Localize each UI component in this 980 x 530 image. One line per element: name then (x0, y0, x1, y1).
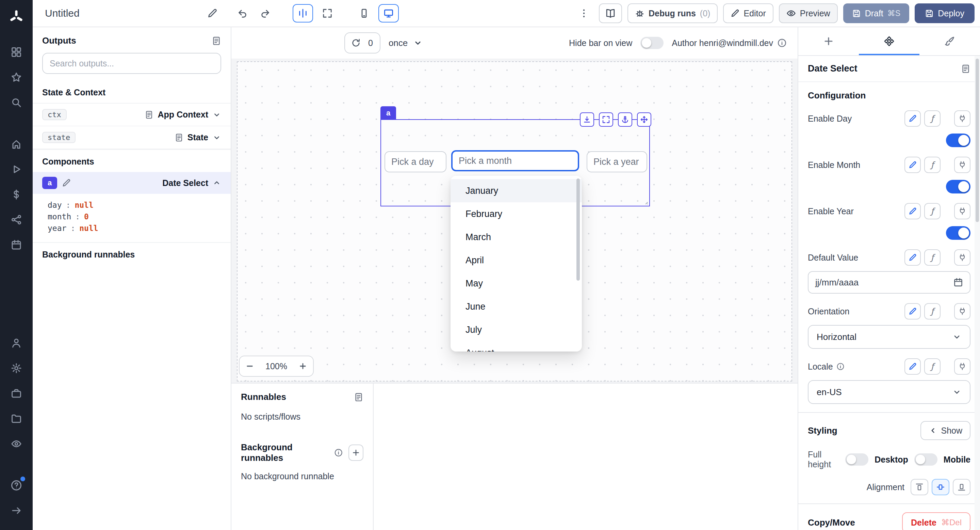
month-option[interactable]: February (450, 202, 582, 225)
connect-plug-button[interactable] (954, 249, 970, 266)
show-styling-button[interactable]: Show (920, 421, 970, 440)
deploy-button[interactable]: Deploy (915, 3, 975, 23)
static-editor-pencil-button[interactable] (904, 203, 921, 219)
component-rename-pencil-icon[interactable] (62, 179, 71, 187)
component-a-row[interactable]: a Date Select (33, 172, 231, 194)
insert-component-tab[interactable] (798, 27, 859, 55)
resources-hub-icon[interactable] (5, 208, 28, 231)
folders-icon[interactable] (5, 407, 28, 430)
connect-plug-button[interactable] (954, 157, 970, 173)
default-value-date-input[interactable]: jj/mm/aaaa (808, 271, 970, 294)
align-top-button[interactable] (911, 479, 928, 495)
collapse-arrow-icon[interactable] (5, 499, 28, 522)
move-handle-icon[interactable] (637, 112, 651, 127)
center-layout-button[interactable] (293, 4, 313, 22)
fullscreen-handle-icon[interactable] (599, 112, 613, 127)
more-menu-kebab-icon[interactable] (574, 4, 593, 23)
fullscreen-button[interactable] (317, 4, 337, 22)
enable-year-toggle[interactable] (946, 226, 970, 240)
editor-button[interactable]: Editor (723, 3, 773, 23)
add-background-runnable-button[interactable] (348, 444, 363, 461)
audit-eye-icon[interactable] (5, 432, 28, 455)
align-bottom-button[interactable] (953, 479, 970, 495)
outputs-doc-icon[interactable] (212, 36, 221, 46)
fx-expression-button[interactable]: ƒ (924, 157, 940, 173)
ctx-doc-icon[interactable] (145, 110, 153, 119)
preview-button[interactable]: Preview (779, 3, 838, 23)
connect-plug-button[interactable] (954, 110, 970, 127)
month-option[interactable]: April (450, 249, 582, 272)
favorites-star-icon[interactable] (5, 66, 28, 89)
month-option[interactable]: January (450, 179, 582, 202)
static-editor-pencil-button[interactable] (904, 110, 921, 127)
help-icon[interactable] (5, 474, 28, 497)
align-center-button[interactable] (932, 479, 950, 495)
fx-expression-button[interactable]: ƒ (924, 110, 940, 127)
runnables-doc-icon[interactable] (354, 393, 363, 402)
home-icon[interactable] (5, 132, 28, 156)
zoom-out-button[interactable] (240, 356, 260, 376)
connect-plug-button[interactable] (954, 358, 970, 375)
docs-book-button[interactable] (599, 3, 622, 23)
fx-expression-button[interactable]: ƒ (924, 249, 940, 266)
desktop-view-button[interactable] (379, 4, 399, 22)
rename-pencil-icon[interactable] (203, 4, 222, 23)
search-icon[interactable] (5, 91, 28, 114)
ctx-row[interactable]: ctx App Context (33, 104, 231, 126)
schedule-select[interactable]: once (388, 38, 423, 48)
anchor-handle-icon[interactable] (618, 112, 632, 127)
state-row[interactable]: state State (33, 126, 231, 149)
schedules-calendar-icon[interactable] (5, 233, 28, 257)
fx-expression-button[interactable]: ƒ (924, 303, 940, 319)
connect-plug-button[interactable] (954, 303, 970, 319)
billing-dollar-icon[interactable] (5, 183, 28, 206)
workers-briefcase-icon[interactable] (5, 382, 28, 405)
debug-runs-button[interactable]: Debug runs (0) (627, 3, 718, 23)
hide-bar-toggle[interactable] (640, 37, 663, 49)
full-height-mobile-toggle[interactable] (914, 453, 937, 466)
month-option[interactable]: August (450, 341, 582, 351)
component-doc-icon[interactable] (961, 64, 970, 73)
full-height-desktop-toggle[interactable] (845, 453, 869, 466)
connect-plug-button[interactable] (954, 203, 970, 219)
theme-tab[interactable] (920, 27, 980, 55)
expand-down-handle-icon[interactable] (580, 112, 594, 127)
pick-year-input[interactable] (587, 151, 647, 172)
month-option[interactable]: July (450, 318, 582, 341)
redo-button[interactable] (256, 4, 275, 23)
windmill-logo-icon[interactable] (5, 5, 28, 29)
refresh-icon[interactable] (345, 33, 367, 53)
calendar-icon[interactable] (953, 278, 963, 287)
component-settings-tab[interactable] (859, 27, 920, 55)
draft-button[interactable]: Draft ⌘S (843, 3, 910, 23)
month-option[interactable]: June (450, 295, 582, 318)
mobile-view-button[interactable] (354, 4, 374, 22)
dropdown-scrollbar[interactable] (576, 179, 580, 281)
apps-icon[interactable] (5, 40, 28, 64)
canvas-grid[interactable]: a (237, 61, 792, 382)
resize-handle-icon[interactable] (642, 198, 649, 205)
user-icon[interactable] (5, 331, 28, 354)
runs-play-icon[interactable] (5, 158, 28, 181)
orientation-select[interactable]: Horizontal (808, 325, 970, 349)
panel-scrollbar-thumb[interactable] (975, 59, 979, 222)
undo-button[interactable] (233, 4, 252, 23)
static-editor-pencil-button[interactable] (904, 303, 921, 319)
search-outputs-input[interactable] (42, 53, 221, 74)
static-editor-pencil-button[interactable] (904, 249, 921, 266)
fx-expression-button[interactable]: ƒ (924, 203, 940, 219)
month-option[interactable]: May (450, 272, 582, 295)
month-option[interactable]: March (450, 225, 582, 249)
fx-expression-button[interactable]: ƒ (924, 358, 940, 375)
locale-select[interactable]: en-US (808, 380, 970, 404)
pick-day-input[interactable] (385, 151, 447, 172)
zoom-in-button[interactable] (293, 356, 313, 376)
state-doc-icon[interactable] (175, 133, 183, 142)
enable-day-toggle[interactable] (946, 134, 970, 147)
enable-month-toggle[interactable] (946, 180, 970, 193)
pick-month-input[interactable] (451, 150, 579, 171)
static-editor-pencil-button[interactable] (904, 358, 921, 375)
panel-scrollbar[interactable] (975, 56, 980, 530)
delete-component-button[interactable]: Delete ⌘Del (902, 512, 970, 530)
settings-gear-icon[interactable] (5, 357, 28, 380)
